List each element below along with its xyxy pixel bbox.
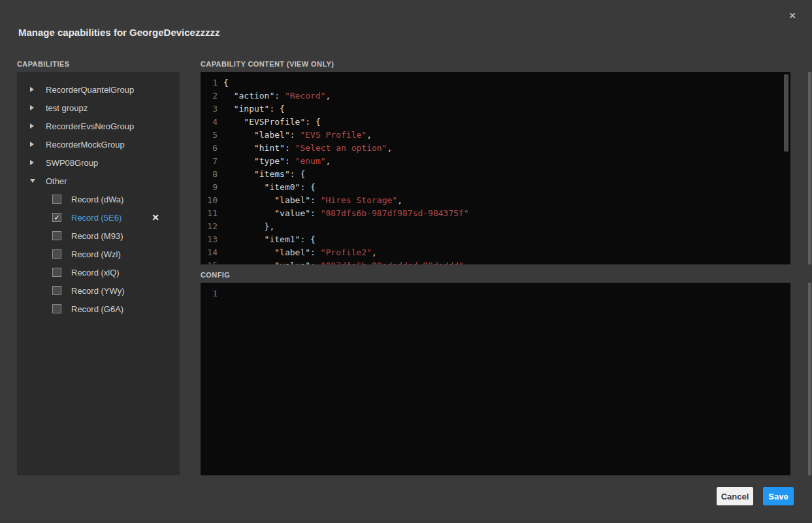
- code-text: "label": "Profile2",: [218, 246, 377, 259]
- code-line: 14 "label": "Profile2",: [201, 246, 790, 259]
- line-number: 12: [201, 220, 218, 233]
- tree-item-record-wzl[interactable]: Record (Wzl): [17, 245, 180, 263]
- code-text: },: [218, 220, 274, 233]
- tree-item-label: Record (5E6): [71, 213, 122, 223]
- line-number: 9: [201, 181, 218, 194]
- tree-group-label: RecorderMockGroup: [46, 140, 125, 150]
- code-line: 2 "action": "Record",: [201, 89, 790, 103]
- code-line: 7 "type": "enum",: [201, 155, 790, 168]
- line-number: 13: [201, 233, 218, 246]
- capability-content-editor[interactable]: 1{2 "action": "Record",3 "input": {4 "EV…: [201, 72, 790, 264]
- config-lines: 1: [201, 287, 790, 300]
- tree-item-record-g6a[interactable]: Record (G6A): [17, 300, 180, 318]
- close-icon[interactable]: ×: [785, 8, 800, 23]
- line-number: 4: [201, 116, 218, 129]
- code-line: 10 "label": "Hires Storage",: [201, 194, 790, 207]
- tree-group-recordermockgroup[interactable]: RecorderMockGroup: [17, 135, 180, 153]
- tree-item-record-m93[interactable]: Record (M93): [17, 227, 180, 245]
- config-editor[interactable]: 1: [201, 283, 790, 475]
- editor-scrollbar-thumb[interactable]: [784, 74, 788, 151]
- cancel-button[interactable]: Cancel: [717, 487, 753, 505]
- code-text: "value": "087dfs6b-987df987sd-984375f": [218, 207, 469, 220]
- chevron-right-icon: [30, 160, 46, 165]
- code-text: "hint": "Select an option",: [218, 142, 392, 155]
- code-line: 3 "input": {: [201, 103, 790, 116]
- window-scrollbar-top[interactable]: [808, 72, 811, 264]
- code-line: 13 "item1": {: [201, 233, 790, 246]
- code-line: 9 "item0": {: [201, 181, 790, 194]
- code-line: 4 "EVSProfile": {: [201, 116, 790, 129]
- tree-item-record-dwa[interactable]: Record (dWa): [17, 190, 180, 208]
- tree-group-other[interactable]: Other: [17, 172, 180, 190]
- line-number: 14: [201, 246, 218, 259]
- tree-item-label: Record (YWy): [71, 286, 125, 296]
- code-line: 1{: [201, 76, 790, 89]
- remove-icon[interactable]: ✕: [150, 212, 161, 223]
- capabilities-label: CAPABILITIES: [17, 60, 69, 68]
- line-number: 1: [201, 287, 218, 300]
- save-button[interactable]: Save: [763, 487, 794, 505]
- capability-content-label: CAPABILITY CONTENT (VIEW ONLY): [201, 60, 334, 68]
- code-text: [218, 287, 223, 300]
- chevron-down-icon: [30, 179, 46, 183]
- line-number: 2: [201, 89, 218, 103]
- checkbox-unchecked[interactable]: [52, 286, 61, 295]
- tree-item-label: Record (G6A): [71, 304, 123, 314]
- chevron-right-icon: [30, 105, 46, 110]
- checkbox-unchecked[interactable]: [52, 249, 61, 259]
- tree-group-label: test groupz: [46, 103, 88, 113]
- chevron-right-icon: [30, 142, 46, 147]
- tree-group-swp08group[interactable]: SWP08Group: [17, 153, 180, 172]
- code-text: "type": "enum",: [218, 155, 331, 168]
- capabilities-tree: RecorderQuantelGrouptest groupzRecorderE…: [17, 72, 180, 475]
- code-line: 5 "label": "EVS Profile",: [201, 129, 790, 142]
- checkbox-unchecked[interactable]: [52, 304, 61, 313]
- code-text: "input": {: [218, 103, 285, 116]
- chevron-right-icon: [30, 87, 46, 92]
- line-number: 5: [201, 129, 218, 142]
- line-number: 1: [201, 76, 218, 89]
- checkbox-unchecked[interactable]: [52, 231, 61, 240]
- line-number: 3: [201, 103, 218, 116]
- tree-item-record-5e6[interactable]: ✓Record (5E6)✕: [17, 208, 180, 227]
- code-text: "item1": {: [218, 233, 316, 246]
- tree-group-test-groupz[interactable]: test groupz: [17, 99, 180, 117]
- code-text: "EVSProfile": {: [218, 116, 321, 129]
- tree-item-record-ywy[interactable]: Record (YWy): [17, 281, 180, 300]
- line-number: 8: [201, 168, 218, 181]
- code-text: {: [218, 76, 229, 89]
- line-number: 7: [201, 155, 218, 168]
- tree-item-record-xlq[interactable]: Record (xlQ): [17, 263, 180, 281]
- code-text: "action": "Record",: [218, 89, 331, 103]
- code-line: 11 "value": "087dfs6b-987df987sd-984375f…: [201, 207, 790, 220]
- window-scrollbar-bottom[interactable]: [808, 283, 811, 475]
- code-line: 8 "items": {: [201, 168, 790, 181]
- code-text: "label": "Hires Storage",: [218, 194, 402, 207]
- tree-item-label: Record (Wzl): [71, 249, 121, 259]
- code-text: "label": "EVS Profile",: [218, 129, 372, 142]
- tree-group-label: RecorderQuantelGroup: [46, 85, 134, 95]
- line-number: 15: [201, 259, 218, 264]
- code-line: 15 "value": "087dfs6b-98sdaddsd-98dsddd"…: [201, 259, 790, 264]
- checkbox-unchecked[interactable]: [52, 195, 61, 204]
- tree-item-label: Record (M93): [71, 231, 123, 241]
- capability-content-lines: 1{2 "action": "Record",3 "input": {4 "EV…: [201, 76, 790, 264]
- tree-group-label: RecorderEvsNeoGroup: [46, 121, 134, 131]
- checkbox-unchecked[interactable]: [52, 268, 61, 277]
- line-number: 11: [201, 207, 218, 220]
- code-line: 6 "hint": "Select an option",: [201, 142, 790, 155]
- code-text: "value": "087dfs6b-98sdaddsd-98dsddd",: [218, 259, 469, 264]
- chevron-right-icon: [30, 123, 46, 129]
- code-text: "item0": {: [218, 181, 316, 194]
- tree-group-label: SWP08Group: [46, 158, 98, 168]
- line-number: 6: [201, 142, 218, 155]
- tree-item-label: Record (xlQ): [71, 268, 120, 277]
- checkbox-checked[interactable]: ✓: [52, 213, 61, 222]
- tree-group-label: Other: [46, 176, 67, 186]
- config-label: CONFIG: [201, 271, 230, 279]
- tree-group-recorderevsneogroup[interactable]: RecorderEvsNeoGroup: [17, 117, 180, 135]
- code-line: 1: [201, 287, 790, 300]
- code-line: 12 },: [201, 220, 790, 233]
- tree-group-recorderquantelgroup[interactable]: RecorderQuantelGroup: [17, 80, 180, 99]
- code-text: "items": {: [218, 168, 305, 181]
